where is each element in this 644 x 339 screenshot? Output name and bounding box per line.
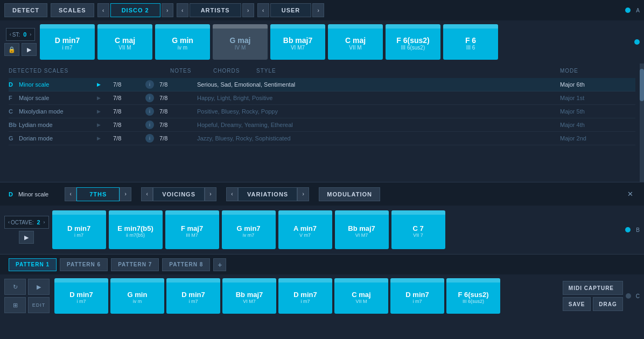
top-chord-card-4[interactable]: Bb maj7 VI M7 [270,24,325,60]
grid-button[interactable]: ⊞ [4,297,26,313]
variations-label[interactable]: VARIATIONS [238,187,297,201]
scale-row-3[interactable]: Bb Lydian mode ▶ 7/8 i 7/8 Hopeful, Drea… [9,118,635,132]
7ths-label[interactable]: 7THS [76,187,120,201]
add-pattern-button[interactable]: + [213,258,226,271]
pattern-tab-2[interactable]: PATTERN 7 [111,258,159,271]
user-next-arrow[interactable]: › [312,3,324,17]
chord-name: C 7 [412,224,423,232]
midi-capture-button[interactable]: MIDI CAPTURE [563,281,623,295]
bottom-chord-card-1[interactable]: E min7(b5) ii m7(b5) [109,210,163,249]
top-chord-card-6[interactable]: F 6(sus2) III 6(sus2) [386,24,440,60]
style-val: Serious, Sad, Emotional, Sentimental [197,81,560,88]
play-scale-icon[interactable]: ▶ [97,122,108,128]
info-badge[interactable]: i [145,107,154,116]
col-header-chords: CHORDS [213,68,256,74]
play-scale-icon[interactable]: ▶ [97,109,108,114]
variations-prev[interactable]: ‹ [226,187,238,201]
save-button[interactable]: SAVE [563,297,591,311]
pattern-chord-card-5[interactable]: C maj VII M [334,278,388,314]
card-top-bar [386,24,440,29]
scale-row-4[interactable]: G Dorian mode ▶ 7/8 i 7/8 Jazzy, Bluesy,… [9,132,635,145]
oct-prev[interactable]: ‹ [8,220,10,225]
chord-sub: i m7 [62,45,73,51]
play-button-a[interactable]: ▶ [22,43,37,56]
pattern-tab-0[interactable]: PATTERN 1 [9,258,57,271]
pattern-chord-card-6[interactable]: D min7 i m7 [390,278,444,314]
lock-button[interactable]: 🔒 [4,43,19,56]
edit-button[interactable]: EDIT [28,297,50,313]
bottom-chord-card-5[interactable]: Bb maj7 VI M7 [335,210,389,249]
close-button[interactable]: ✕ [625,190,635,198]
top-chord-card-3[interactable]: G maj IV M [213,24,268,60]
user-prev-arrow[interactable]: ‹ [257,3,269,17]
info-badge[interactable]: i [145,121,154,129]
top-nav: DETECT SCALES ‹ DISCO 2 › ‹ ARTISTS › ‹ … [0,0,644,20]
variations-next[interactable]: › [297,187,309,201]
style-val: Hopeful, Dreamy, Yearning, Ethereal [197,122,560,128]
pattern-tab-1[interactable]: PATTERN 6 [60,258,108,271]
chord-name: F 6(sus2) [458,291,488,299]
oct-next[interactable]: › [44,220,45,225]
repeat-button[interactable]: ↻ [4,279,26,295]
mode-val: Major 6th [560,81,635,88]
st-prev[interactable]: ‹ [10,32,11,37]
info-badge[interactable]: i [145,134,154,143]
play-scale-icon[interactable]: ▶ [97,136,108,141]
drag-button[interactable]: DRAG [593,297,622,311]
chords-val: 7/8 [159,108,197,115]
scale-row-1[interactable]: F Major scale ▶ 7/8 i 7/8 Happy, Light, … [9,91,635,105]
pattern-chord-card-0[interactable]: D min7 i m7 [54,278,108,314]
pattern-chord-card-4[interactable]: D min7 i m7 [278,278,332,314]
card-top-bar [109,210,163,215]
pattern-chord-card-7[interactable]: F 6(sus2) III 6(sus2) [446,278,500,314]
chord-sub: VI M7 [291,45,305,51]
scale-row-2[interactable]: C Mixolydian mode ▶ 7/8 i 7/8 Positive, … [9,105,635,118]
top-chord-card-2[interactable]: G min iv m [155,24,210,60]
card-top-bar [40,24,95,29]
bottom-chord-card-6[interactable]: C 7 VII 7 [391,210,445,249]
7ths-prev[interactable]: ‹ [65,187,76,201]
info-badge[interactable]: i [145,94,154,102]
disco-next-arrow[interactable]: › [162,3,173,17]
voicings-next[interactable]: › [205,187,216,201]
pattern-chord-card-3[interactable]: Bb maj7 VI M7 [222,278,276,314]
chord-name: D min7 [69,291,93,299]
pattern-chord-card-2[interactable]: D min7 i m7 [166,278,220,314]
user-label: USER [270,3,312,17]
notes-val: 7/8 [113,135,145,142]
detect-button[interactable]: DETECT [4,3,47,17]
modulation-button[interactable]: MODULATION [319,187,380,201]
bottom-chord-card-0[interactable]: D min7 i m7 [52,210,106,249]
oct-label: OCTAVE: [11,220,33,225]
voicings-label[interactable]: VOICINGS [153,187,205,201]
artists-next-arrow[interactable]: › [242,3,254,17]
voicings-prev[interactable]: ‹ [141,187,153,201]
pattern-tab-3[interactable]: PATTERN 8 [162,258,210,271]
disco-prev-arrow[interactable]: ‹ [97,3,109,17]
right-controls: MIDI CAPTURE SAVE DRAG [563,281,623,311]
scale-name: Lydian mode [17,122,93,128]
card-top-bar [213,24,268,29]
top-chord-card-5[interactable]: C maj VII M [328,24,383,60]
play-button-b[interactable]: ▶ [19,231,34,244]
scale-row-0[interactable]: D Minor scale ▶ 7/8 i 7/8 Serious, Sad, … [9,78,635,91]
st-next[interactable]: › [30,32,31,37]
bottom-chord-card-3[interactable]: G min7 iv m7 [222,210,276,249]
scale-rows: D Minor scale ▶ 7/8 i 7/8 Serious, Sad, … [9,78,635,145]
play-scale-icon[interactable]: ▶ [97,82,108,87]
top-chord-card-0[interactable]: D min7 i m7 [40,24,95,60]
style-val: Happy, Light, Bright, Positive [197,95,560,101]
top-chord-card-1[interactable]: C maj VII M [97,24,152,60]
scales-button[interactable]: SCALES [51,3,94,17]
play-scale-icon[interactable]: ▶ [97,95,108,101]
bottom-chord-card-2[interactable]: F maj7 III M7 [165,210,219,249]
info-badge[interactable]: i [145,80,154,89]
bottom-chord-card-4[interactable]: A min7 V m7 [278,210,332,249]
section-a-label: A [636,8,640,13]
artists-prev-arrow[interactable]: ‹ [177,3,188,17]
pattern-chord-card-1[interactable]: G min iv m [110,278,164,314]
play-pattern-button[interactable]: ▶ [28,279,50,295]
card-top-bar [446,278,500,282]
top-chord-card-7[interactable]: F 6 III 6 [443,24,498,60]
7ths-next[interactable]: › [120,187,131,201]
